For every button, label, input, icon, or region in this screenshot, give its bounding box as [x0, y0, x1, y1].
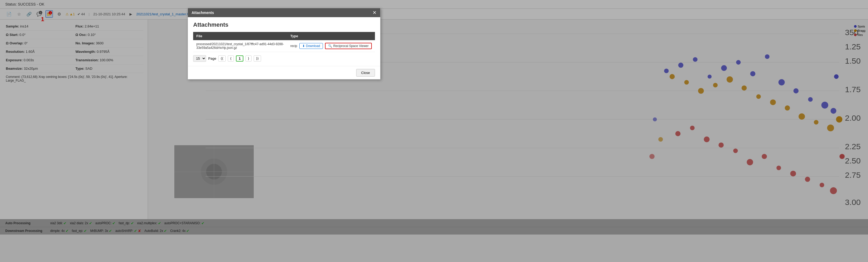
attachments-modal: Attachments ✕ Attachments File Type proc…: [188, 8, 380, 79]
file-path: processed/20211021/test_crystal_1/87fffc…: [196, 42, 284, 50]
file-cell: processed/20211021/test_crystal_1/87fffc…: [193, 40, 287, 52]
main-container: Status: SUCCESS - OK 📄 ☆ 🔗 💬 0 📁 1 ⚙ ⚠ ▲…: [0, 0, 868, 262]
current-page: 1: [236, 56, 243, 62]
reciprocal-space-viewer-button[interactable]: 🔍 Reciprocal Space Viewer: [325, 43, 372, 49]
type-cell: recip ⬇ Download 🔍 Reciprocal Space View…: [287, 40, 375, 52]
modal-overlay: [0, 0, 868, 262]
download-label: Download: [306, 44, 320, 48]
type-value: recip: [290, 44, 297, 48]
prev-page-button[interactable]: ⟨: [228, 56, 234, 62]
download-button[interactable]: ⬇ Download: [299, 43, 323, 49]
type-column-header: Type: [287, 32, 375, 40]
per-page-select[interactable]: 15 25 50: [193, 55, 206, 62]
close-button[interactable]: Close: [356, 69, 375, 76]
table-row: processed/20211021/test_crystal_1/87fffc…: [193, 40, 375, 52]
rsv-label: Reciprocal Space Viewer: [333, 44, 369, 48]
attachments-table: File Type processed/20211021/test_crysta…: [193, 32, 375, 52]
search-icon: 🔍: [328, 44, 332, 48]
last-page-button[interactable]: ⟩⟩: [254, 56, 261, 62]
page-label: Page: [208, 57, 216, 61]
modal-footer: Close: [188, 66, 380, 79]
download-icon: ⬇: [302, 44, 305, 48]
modal-heading: Attachments: [193, 22, 375, 28]
first-page-button[interactable]: ⟨⟨: [218, 56, 226, 62]
pagination-row: 15 25 50 Page ⟨⟨ ⟨ 1 ⟩ ⟩⟩: [193, 55, 375, 62]
next-page-button[interactable]: ⟩: [245, 56, 252, 62]
modal-title-bar-text: Attachments: [192, 10, 214, 15]
modal-close-x-button[interactable]: ✕: [373, 10, 376, 15]
modal-titlebar: Attachments ✕: [188, 8, 380, 17]
file-column-header: File: [193, 32, 287, 40]
modal-body: Attachments File Type processed/20211021…: [188, 17, 380, 66]
